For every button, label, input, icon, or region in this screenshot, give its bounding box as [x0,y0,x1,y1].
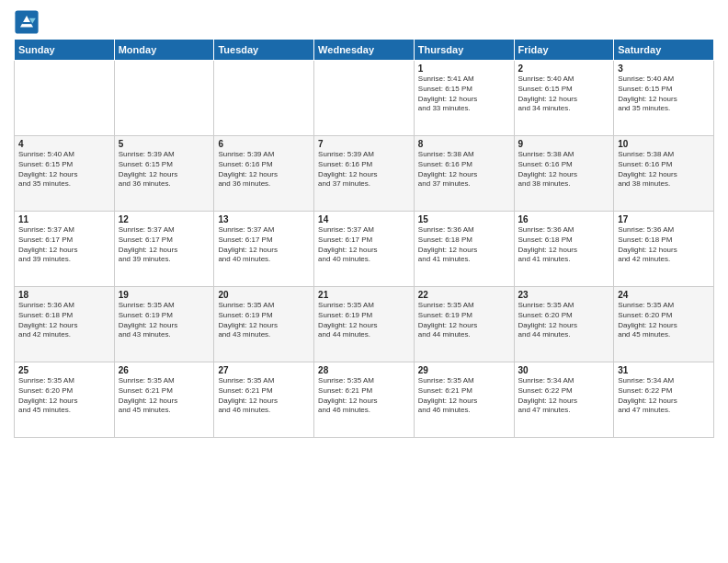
day-number: 16 [518,214,610,224]
weekday-header-thursday: Thursday [414,40,514,61]
day-number: 27 [218,365,310,375]
day-info: Sunrise: 5:38 AM Sunset: 6:16 PM Dayligh… [418,150,510,190]
calendar-cell: 23Sunrise: 5:35 AM Sunset: 6:20 PM Dayli… [514,287,614,362]
day-info: Sunrise: 5:34 AM Sunset: 6:22 PM Dayligh… [618,376,710,416]
day-number: 8 [418,139,510,149]
weekday-header-monday: Monday [114,40,214,61]
calendar-cell: 22Sunrise: 5:35 AM Sunset: 6:19 PM Dayli… [414,287,514,362]
calendar-cell: 20Sunrise: 5:35 AM Sunset: 6:19 PM Dayli… [214,287,314,362]
weekday-header-saturday: Saturday [614,40,714,61]
calendar-cell [114,61,214,136]
day-number: 23 [518,290,610,300]
calendar-cell: 17Sunrise: 5:36 AM Sunset: 6:18 PM Dayli… [614,212,714,287]
calendar-cell: 29Sunrise: 5:35 AM Sunset: 6:21 PM Dayli… [414,362,514,438]
day-number: 21 [318,290,410,300]
day-number: 26 [119,365,210,375]
calendar-cell: 3Sunrise: 5:40 AM Sunset: 6:15 PM Daylig… [614,61,714,136]
weekday-header-tuesday: Tuesday [214,40,314,61]
calendar-cell [214,61,314,136]
day-number: 14 [318,214,410,224]
day-info: Sunrise: 5:35 AM Sunset: 6:20 PM Dayligh… [618,301,710,340]
day-info: Sunrise: 5:35 AM Sunset: 6:19 PM Dayligh… [119,301,210,340]
weekday-header-wednesday: Wednesday [314,40,415,61]
day-number: 11 [18,214,110,224]
calendar-week-3: 11Sunrise: 5:37 AM Sunset: 6:17 PM Dayli… [15,212,714,287]
day-info: Sunrise: 5:39 AM Sunset: 6:16 PM Dayligh… [318,150,410,190]
day-number: 15 [418,214,510,224]
calendar-cell: 7Sunrise: 5:39 AM Sunset: 6:16 PM Daylig… [314,136,415,212]
calendar-cell: 13Sunrise: 5:37 AM Sunset: 6:17 PM Dayli… [214,212,314,287]
calendar-cell: 2Sunrise: 5:40 AM Sunset: 6:15 PM Daylig… [514,61,614,136]
day-info: Sunrise: 5:37 AM Sunset: 6:17 PM Dayligh… [218,225,310,265]
day-info: Sunrise: 5:40 AM Sunset: 6:15 PM Dayligh… [618,75,710,114]
calendar-cell [314,61,415,136]
day-number: 17 [618,214,710,224]
calendar-cell: 8Sunrise: 5:38 AM Sunset: 6:16 PM Daylig… [414,136,514,212]
day-info: Sunrise: 5:36 AM Sunset: 6:18 PM Dayligh… [18,301,110,340]
day-number: 9 [518,139,610,149]
page: SundayMondayTuesdayWednesdayThursdayFrid… [0,0,728,563]
day-number: 29 [418,365,510,375]
day-info: Sunrise: 5:38 AM Sunset: 6:16 PM Dayligh… [518,150,610,190]
header [14,9,714,35]
day-number: 30 [518,365,610,375]
day-info: Sunrise: 5:37 AM Sunset: 6:17 PM Dayligh… [318,225,410,265]
day-number: 2 [518,63,610,74]
day-number: 7 [318,139,410,149]
day-number: 20 [218,290,310,300]
calendar-week-2: 4Sunrise: 5:40 AM Sunset: 6:15 PM Daylig… [15,136,714,212]
weekday-header-sunday: Sunday [15,40,115,61]
day-number: 13 [218,214,310,224]
calendar-cell: 27Sunrise: 5:35 AM Sunset: 6:21 PM Dayli… [214,362,314,438]
calendar-cell: 14Sunrise: 5:37 AM Sunset: 6:17 PM Dayli… [314,212,415,287]
day-info: Sunrise: 5:35 AM Sunset: 6:19 PM Dayligh… [418,301,510,340]
calendar-week-1: 1Sunrise: 5:41 AM Sunset: 6:15 PM Daylig… [15,61,714,136]
calendar-cell: 18Sunrise: 5:36 AM Sunset: 6:18 PM Dayli… [15,287,115,362]
calendar-cell: 15Sunrise: 5:36 AM Sunset: 6:18 PM Dayli… [414,212,514,287]
svg-rect-2 [22,22,31,24]
day-info: Sunrise: 5:35 AM Sunset: 6:21 PM Dayligh… [318,376,410,416]
day-info: Sunrise: 5:36 AM Sunset: 6:18 PM Dayligh… [518,225,610,265]
logo-icon [14,9,40,35]
calendar-cell: 4Sunrise: 5:40 AM Sunset: 6:15 PM Daylig… [15,136,115,212]
calendar-cell: 28Sunrise: 5:35 AM Sunset: 6:21 PM Dayli… [314,362,415,438]
day-info: Sunrise: 5:34 AM Sunset: 6:22 PM Dayligh… [518,376,610,416]
calendar-cell: 10Sunrise: 5:38 AM Sunset: 6:16 PM Dayli… [614,136,714,212]
day-number: 28 [318,365,410,375]
day-number: 22 [418,290,510,300]
day-number: 24 [618,290,710,300]
day-info: Sunrise: 5:36 AM Sunset: 6:18 PM Dayligh… [418,225,510,265]
day-info: Sunrise: 5:35 AM Sunset: 6:21 PM Dayligh… [418,376,510,416]
day-info: Sunrise: 5:40 AM Sunset: 6:15 PM Dayligh… [18,150,110,190]
calendar-cell: 30Sunrise: 5:34 AM Sunset: 6:22 PM Dayli… [514,362,614,438]
day-info: Sunrise: 5:35 AM Sunset: 6:20 PM Dayligh… [518,301,610,340]
day-number: 18 [18,290,110,300]
calendar-cell: 31Sunrise: 5:34 AM Sunset: 6:22 PM Dayli… [614,362,714,438]
calendar-cell: 9Sunrise: 5:38 AM Sunset: 6:16 PM Daylig… [514,136,614,212]
calendar-cell: 24Sunrise: 5:35 AM Sunset: 6:20 PM Dayli… [614,287,714,362]
day-number: 4 [18,139,110,149]
day-number: 3 [618,63,710,74]
day-info: Sunrise: 5:35 AM Sunset: 6:21 PM Dayligh… [119,376,210,416]
day-number: 6 [218,139,310,149]
day-info: Sunrise: 5:38 AM Sunset: 6:16 PM Dayligh… [618,150,710,190]
day-number: 1 [418,63,510,74]
calendar-cell: 11Sunrise: 5:37 AM Sunset: 6:17 PM Dayli… [15,212,115,287]
day-info: Sunrise: 5:39 AM Sunset: 6:15 PM Dayligh… [119,150,210,190]
day-number: 19 [119,290,210,300]
day-info: Sunrise: 5:39 AM Sunset: 6:16 PM Dayligh… [218,150,310,190]
day-info: Sunrise: 5:35 AM Sunset: 6:21 PM Dayligh… [218,376,310,416]
day-info: Sunrise: 5:37 AM Sunset: 6:17 PM Dayligh… [119,225,210,265]
day-info: Sunrise: 5:40 AM Sunset: 6:15 PM Dayligh… [518,75,610,114]
calendar-week-4: 18Sunrise: 5:36 AM Sunset: 6:18 PM Dayli… [15,287,714,362]
day-number: 25 [18,365,110,375]
day-info: Sunrise: 5:35 AM Sunset: 6:19 PM Dayligh… [218,301,310,340]
calendar-cell: 6Sunrise: 5:39 AM Sunset: 6:16 PM Daylig… [214,136,314,212]
calendar-cell: 1Sunrise: 5:41 AM Sunset: 6:15 PM Daylig… [414,61,514,136]
calendar-cell: 21Sunrise: 5:35 AM Sunset: 6:19 PM Dayli… [314,287,415,362]
calendar-cell [15,61,115,136]
day-info: Sunrise: 5:35 AM Sunset: 6:19 PM Dayligh… [318,301,410,340]
calendar-cell: 25Sunrise: 5:35 AM Sunset: 6:20 PM Dayli… [15,362,115,438]
calendar-cell: 26Sunrise: 5:35 AM Sunset: 6:21 PM Dayli… [114,362,214,438]
calendar-cell: 16Sunrise: 5:36 AM Sunset: 6:18 PM Dayli… [514,212,614,287]
